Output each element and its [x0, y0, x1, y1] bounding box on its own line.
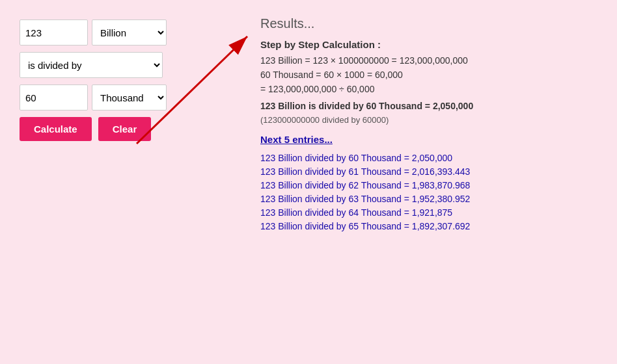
- result-note: (123000000000 divided by 60000): [260, 115, 597, 125]
- next-entries-link[interactable]: Next 5 entries...: [260, 134, 333, 145]
- arrow-container: Next 5 entries...: [260, 134, 597, 153]
- step-title: Step by Step Calculation :: [260, 39, 597, 50]
- operator-select[interactable]: is divided by multiplied by added to sub…: [20, 52, 163, 78]
- step-line-3: = 123,000,000,000 ÷ 60,000: [260, 84, 597, 94]
- entry-item[interactable]: 123 Billion divided by 62 Thousand = 1,9…: [260, 180, 597, 190]
- clear-button[interactable]: Clear: [98, 117, 152, 141]
- entry-item[interactable]: 123 Billion divided by 65 Thousand = 1,8…: [260, 221, 597, 231]
- second-input-row: Thousand Billion Million Hundred: [20, 84, 241, 110]
- right-panel: Results... Step by Step Calculation : 12…: [260, 13, 597, 235]
- entry-item[interactable]: 123 Billion divided by 61 Thousand = 2,0…: [260, 166, 597, 177]
- second-unit-select[interactable]: Thousand Billion Million Hundred: [92, 84, 167, 110]
- first-input-row: Billion Million Thousand Hundred: [20, 20, 241, 46]
- calculate-button[interactable]: Calculate: [20, 117, 92, 141]
- entry-item[interactable]: 123 Billion divided by 60 Thousand = 2,0…: [260, 153, 597, 163]
- step-line-1: 123 Billion = 123 × 1000000000 = 123,000…: [260, 55, 597, 66]
- entry-item[interactable]: 123 Billion divided by 63 Thousand = 1,9…: [260, 194, 597, 204]
- result-bold: 123 Billion is divided by 60 Thousand = …: [260, 101, 597, 111]
- entries-list: 123 Billion divided by 60 Thousand = 2,0…: [260, 153, 597, 231]
- second-number-input[interactable]: [20, 84, 88, 110]
- step-line-2: 60 Thousand = 60 × 1000 = 60,000: [260, 70, 597, 80]
- entry-item[interactable]: 123 Billion divided by 64 Thousand = 1,9…: [260, 207, 597, 218]
- button-row: Calculate Clear: [20, 117, 241, 141]
- results-title: Results...: [260, 16, 597, 31]
- first-unit-select[interactable]: Billion Million Thousand Hundred: [92, 20, 167, 46]
- operator-row: is divided by multiplied by added to sub…: [20, 52, 241, 78]
- first-number-input[interactable]: [20, 20, 88, 46]
- left-panel: Billion Million Thousand Hundred is divi…: [20, 13, 241, 235]
